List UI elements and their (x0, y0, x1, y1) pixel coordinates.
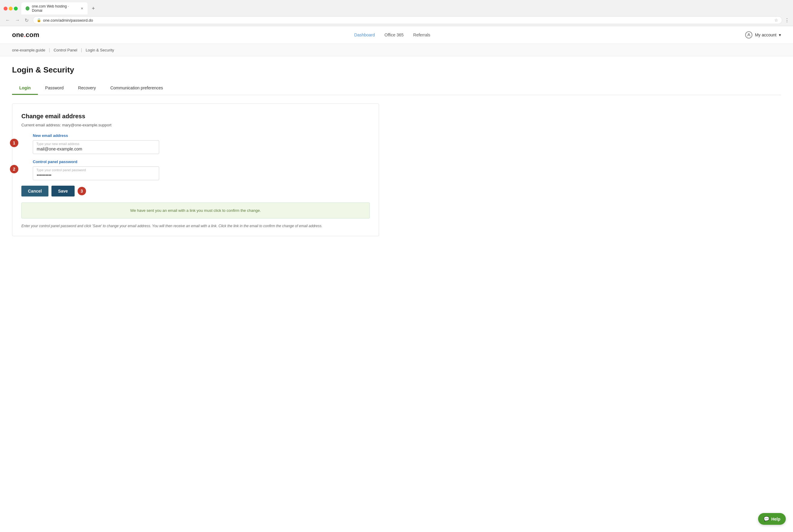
browser-menu-button[interactable]: ⋮ (785, 17, 789, 23)
svg-point-0 (748, 33, 750, 35)
account-icon (745, 31, 752, 39)
new-tab-button[interactable]: + (90, 5, 97, 12)
close-btn[interactable] (4, 7, 7, 11)
tab-password[interactable]: Password (38, 82, 71, 95)
main-content: Login & Security Login Password Recovery… (0, 56, 793, 245)
minimize-btn[interactable] (9, 7, 13, 11)
step1-badge: 1 (10, 139, 18, 147)
breadcrumb-domain[interactable]: one-example.guide (12, 48, 45, 52)
forward-button[interactable]: → (13, 17, 22, 24)
card: Change email address Current email addre… (12, 103, 379, 236)
lock-icon: 🔒 (37, 18, 41, 22)
password-section: 2 Control panel password Type your contr… (21, 159, 370, 180)
app-header: one.com Dashboard Office 365 Referrals M… (0, 26, 793, 44)
maximize-btn[interactable] (14, 7, 18, 11)
help-bubble-icon: 💬 (763, 516, 770, 522)
logo[interactable]: one.com (12, 31, 39, 39)
browser-tab[interactable]: one.com Web hosting · Domai ✕ (21, 2, 88, 15)
current-email-value: mary@one-example.support (62, 123, 111, 127)
success-message: We have sent you an email with a link yo… (21, 203, 370, 218)
new-email-label: New email address (33, 133, 370, 138)
account-area[interactable]: My account ▾ (745, 31, 781, 39)
help-label: Help (771, 517, 780, 521)
nav-dashboard[interactable]: Dashboard (354, 33, 375, 37)
tab-close-icon[interactable]: ✕ (81, 7, 83, 11)
current-email-label: Current email address: (21, 123, 61, 127)
back-button[interactable]: ← (4, 17, 12, 24)
password-placeholder: Type your control panel password (36, 168, 86, 172)
address-bar[interactable]: 🔒 one.com/admin/password.do ☆ (33, 16, 782, 24)
success-text: We have sent you an email with a link yo… (130, 208, 261, 213)
refresh-button[interactable]: ↻ (23, 17, 31, 24)
breadcrumb-sep-1: | (49, 48, 50, 52)
breadcrumb-current: Login & Security (86, 48, 114, 52)
tab-login[interactable]: Login (12, 82, 38, 95)
step3-badge: 3 (78, 187, 86, 195)
logo-one: one (12, 31, 24, 39)
help-button[interactable]: 💬 Help (758, 513, 786, 525)
page-title: Login & Security (12, 65, 781, 75)
cancel-button[interactable]: Cancel (21, 186, 49, 196)
password-label: Control panel password (33, 159, 370, 164)
breadcrumb-sep-2: | (81, 48, 82, 52)
current-email-text: Current email address: mary@one-example.… (21, 123, 370, 127)
logo-com: com (25, 31, 39, 39)
favicon-icon (25, 6, 30, 11)
tab-title: one.com Web hosting · Domai (32, 4, 77, 13)
bookmark-icon: ☆ (774, 18, 778, 23)
footer-note: Enter your control panel password and cl… (21, 223, 370, 229)
card-title: Change email address (21, 113, 370, 120)
nav-office365[interactable]: Office 365 (385, 33, 404, 37)
step2-badge: 2 (10, 165, 18, 173)
tab-communication[interactable]: Communication preferences (103, 82, 170, 95)
tab-recovery[interactable]: Recovery (71, 82, 103, 95)
account-chevron-icon: ▾ (779, 33, 781, 37)
password-input-wrapper: Type your control panel password (33, 166, 159, 180)
breadcrumb-control-panel[interactable]: Control Panel (54, 48, 77, 52)
nav-referrals[interactable]: Referrals (413, 33, 430, 37)
save-button[interactable]: Save (52, 186, 75, 196)
url-text: one.com/admin/password.do (43, 18, 773, 23)
new-email-section: 1 New email address Type your new email … (21, 133, 370, 154)
account-label: My account (755, 33, 776, 37)
new-email-input-wrapper: Type your new email address (33, 140, 159, 154)
main-nav: Dashboard Office 365 Referrals (354, 33, 430, 37)
tabs-container: Login Password Recovery Communication pr… (12, 82, 781, 95)
breadcrumb: one-example.guide | Control Panel | Logi… (0, 44, 793, 56)
new-email-placeholder: Type your new email address (36, 142, 79, 146)
button-row: Cancel Save 3 (21, 186, 370, 196)
